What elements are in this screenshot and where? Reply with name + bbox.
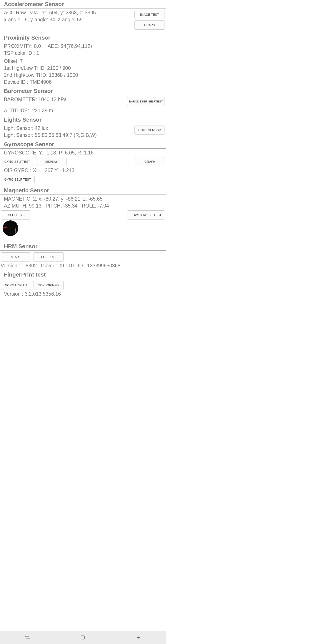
light-sensor-button[interactable]: LIGHT SENSOR xyxy=(134,126,165,135)
sensorinfo-button[interactable]: SENSORINFO xyxy=(33,281,64,290)
accelerometer-section: Accelerometer Sensor ACC Raw Data - x: -… xyxy=(0,0,166,34)
gyro-selftest-button[interactable]: GYRO SELFTEST xyxy=(1,157,34,166)
lights-title: Lights Sensor xyxy=(0,116,166,123)
power-noise-test-button[interactable]: POWER NOISE TEST xyxy=(127,210,165,220)
gyroscope-section: Gyroscope Sensor GYROSCOPE: Y: -1.13, P:… xyxy=(0,140,166,186)
divider xyxy=(0,124,166,124)
image-test-button[interactable]: IMAGE TEST xyxy=(134,10,165,19)
acc-raw-data: ACC Raw Data - x: -504, y: 2368, z: 3395 xyxy=(0,9,134,16)
barometer-title: Barometer Sensor xyxy=(0,87,166,94)
hrm-title: HRM Sensor xyxy=(0,242,166,250)
fingerprint-section: FingerPrint test NORMALSCAN SENSORINFO V… xyxy=(0,270,166,302)
proximity-device: Device ID : TMD4906 xyxy=(0,79,166,86)
barometer-altitude: ALTITUDE: -221.38 m xyxy=(0,107,166,114)
divider xyxy=(0,194,166,195)
ois-gyro-selftest-button[interactable]: GYRO SELF TEST xyxy=(1,175,34,184)
acc-angles: x-angle: -6, y-angle: 34, z-angle: 55 xyxy=(0,16,134,23)
divider xyxy=(0,42,166,42)
graph-button[interactable]: GRAPH xyxy=(134,20,165,30)
proximity-title: Proximity Sensor xyxy=(0,34,166,41)
barometer-section: Barometer Sensor BAROMETER: 1040.12 hPa … xyxy=(0,87,166,116)
proximity-thd1: 1st High/Low THD: 2100 / 900 xyxy=(0,65,166,72)
divider xyxy=(0,95,166,95)
hrm-section: HRM Sensor START EOL TEST Version : 1.83… xyxy=(0,242,166,271)
compass-needle-icon xyxy=(2,227,10,228)
barometer-selftest-button[interactable]: BAROMETER SELFTEST xyxy=(127,97,165,106)
light-rgbw: Light Sensor: 55,80,65,83,49,7 (R,G,B,W) xyxy=(0,132,134,139)
divider xyxy=(0,250,166,251)
magnetic-xyz: MAGNETIC: 2, x: -80.27, y: -86.21, z: -6… xyxy=(0,196,166,202)
proximity-tsp: TSP color ID : 1 xyxy=(0,50,166,57)
gyro-display-button[interactable]: DISPLAY xyxy=(36,157,66,166)
normalscan-button[interactable]: NORMALSCAN xyxy=(1,281,31,290)
compass-gauge: Need for calibration 0 xyxy=(2,220,18,236)
gyroscope-title: Gyroscope Sensor xyxy=(0,140,166,148)
magnetic-section: Magnetic Sensor MAGNETIC: 2, x: -80.27, … xyxy=(0,186,166,242)
magnetic-apr: AZIMUTH: 99.13 PITCH: -35.34 ROLL: -7.04 xyxy=(0,202,166,210)
light-lux: Light Sensor: 42 lux xyxy=(0,125,134,132)
gyro-ypr: GYROSCOPE: Y: -1.13, P: 6.05, R: 1.16 xyxy=(0,150,166,156)
accelerometer-title: Accelerometer Sensor xyxy=(0,0,166,8)
hrm-start-button[interactable]: START xyxy=(1,252,31,262)
fingerprint-version: Version : 3.2.013.5356.16 xyxy=(0,291,166,298)
hrm-version: Version : 1.8302 Driver : 09.110 ID : 13… xyxy=(0,262,166,269)
proximity-offset: Offset: 7 xyxy=(0,58,166,65)
hrm-eol-test-button[interactable]: EOL TEST xyxy=(33,252,64,262)
magnetic-title: Magnetic Sensor xyxy=(0,186,166,194)
lights-section: Lights Sensor Light Sensor: 42 lux Light… xyxy=(0,116,166,140)
magnetic-selftest-button[interactable]: SELFTEST xyxy=(1,210,31,220)
divider xyxy=(0,8,166,8)
compass-label: Need for calibration 0 xyxy=(15,228,18,236)
proximity-thd2: 2nd High/Low THD: 16368 / 1000 xyxy=(0,72,166,79)
ois-gyro: OIS GYRO : X: -1.267 Y: -1.213 xyxy=(0,167,166,174)
fingerprint-title: FingerPrint test xyxy=(0,270,166,278)
barometer-reading: BAROMETER: 1040.12 hPa xyxy=(0,96,127,103)
gyro-graph-button[interactable]: GRAPH xyxy=(135,157,165,166)
proximity-adc: PROXIMITY: 0.0 ADC: 94(76,94,112) xyxy=(0,43,166,50)
proximity-section: Proximity Sensor PROXIMITY: 0.0 ADC: 94(… xyxy=(0,34,166,87)
divider xyxy=(0,279,166,279)
